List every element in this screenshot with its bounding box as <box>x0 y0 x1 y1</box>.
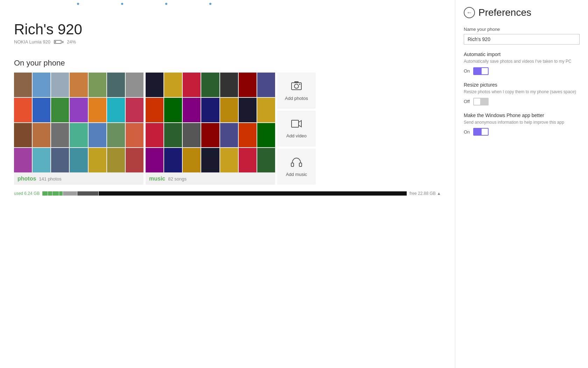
back-button[interactable]: ← <box>464 7 475 18</box>
dot-1 <box>77 3 79 5</box>
music-cell-20 <box>257 123 275 148</box>
battery-icon <box>54 40 63 44</box>
battery-tip <box>62 41 63 43</box>
photo-cell-21 <box>14 148 32 172</box>
battery-percentage: 24% <box>67 39 76 45</box>
improve-title: Make the Windows Phone app better <box>464 113 580 118</box>
add-photos-label: Add photos <box>285 96 308 101</box>
music-cell-27 <box>257 148 275 172</box>
music-cell-15 <box>164 123 182 148</box>
improve-toggle-row: On <box>464 128 580 136</box>
headphones-icon <box>291 157 302 170</box>
music-mosaic <box>146 73 275 172</box>
storage-seg-2 <box>48 191 52 196</box>
svg-point-1 <box>294 84 299 88</box>
improve-desc: Send anonymous information to help impro… <box>464 120 580 125</box>
storage-seg-3 <box>52 191 59 196</box>
resize-toggle[interactable] <box>473 98 489 105</box>
photos-mosaic <box>14 73 144 172</box>
music-panel[interactable]: music 82 songs <box>146 73 275 185</box>
resize-toggle-thumb <box>474 98 480 105</box>
improve-setting: Make the Windows Phone app better Send a… <box>464 113 580 136</box>
dot-3 <box>165 3 167 5</box>
svg-rect-3 <box>299 84 300 85</box>
photo-cell-17 <box>70 123 88 148</box>
music-cell-13 <box>257 98 275 122</box>
video-icon <box>291 119 302 131</box>
add-music-panel[interactable]: Add music <box>277 149 316 185</box>
svg-rect-2 <box>294 81 299 83</box>
improve-toggle-thumb <box>482 129 488 135</box>
add-music-label: Add music <box>286 172 307 177</box>
music-cell-2 <box>183 73 201 97</box>
music-panel-label: music 82 songs <box>149 176 272 182</box>
music-cell-19 <box>239 123 257 148</box>
main-content: Rich's 920 NOKIA Lumia 920 24% On your p… <box>0 0 455 368</box>
svg-rect-4 <box>292 120 299 127</box>
photo-cell-4 <box>89 73 106 97</box>
storage-used-label: used 6.24 GB <box>14 191 40 196</box>
add-panels-container: Add photos Add video <box>277 73 316 185</box>
photo-cell-10 <box>70 98 88 122</box>
name-phone-input[interactable] <box>464 34 580 45</box>
photo-cell-3 <box>70 73 88 97</box>
photos-panel-label: photos 141 photos <box>18 176 140 182</box>
improve-toggle[interactable] <box>473 128 489 136</box>
music-cell-24 <box>201 148 219 172</box>
storage-seg-6 <box>77 191 98 196</box>
music-cell-18 <box>220 123 238 148</box>
resize-toggle-row: Off <box>464 98 580 105</box>
add-video-panel[interactable]: Add video <box>277 111 316 147</box>
photo-cell-9 <box>51 98 69 122</box>
photo-cell-6 <box>126 73 144 97</box>
camera-icon <box>291 80 302 94</box>
music-cell-8 <box>164 98 182 122</box>
photos-count: 141 photos <box>39 176 61 182</box>
photo-cell-2 <box>51 73 69 97</box>
photo-cell-11 <box>89 98 106 122</box>
auto-import-setting: Automatic import Automatically save phot… <box>464 52 580 75</box>
music-cell-7 <box>146 98 163 122</box>
music-count: 82 songs <box>168 176 187 182</box>
svg-rect-6 <box>299 163 302 166</box>
music-cell-1 <box>164 73 182 97</box>
add-photos-panel[interactable]: Add photos <box>277 73 316 109</box>
photo-cell-7 <box>14 98 32 122</box>
photo-cell-20 <box>126 123 144 148</box>
top-dots-decoration <box>0 3 455 5</box>
music-cell-3 <box>201 73 219 97</box>
auto-import-title: Automatic import <box>464 52 580 57</box>
storage-seg-5 <box>63 191 77 196</box>
storage-bar <box>42 191 407 196</box>
music-cell-12 <box>239 98 257 122</box>
phone-content-grid: photos 141 photos music 82 songs <box>14 73 441 185</box>
auto-import-toggle-thumb <box>482 68 488 74</box>
photo-cell-5 <box>107 73 125 97</box>
music-cell-26 <box>239 148 257 172</box>
preferences-title: Preferences <box>478 7 531 18</box>
photo-cell-19 <box>107 123 125 148</box>
photo-cell-14 <box>14 123 32 148</box>
music-cell-14 <box>146 123 163 148</box>
auto-import-toggle[interactable] <box>473 67 489 75</box>
music-cell-5 <box>239 73 257 97</box>
battery-body <box>54 40 62 44</box>
photo-cell-16 <box>51 123 69 148</box>
photo-cell-8 <box>33 98 50 122</box>
resize-title: Resize pictures <box>464 82 580 88</box>
music-cell-22 <box>164 148 182 172</box>
device-model: NOKIA Lumia 920 <box>14 39 50 45</box>
improve-state: On <box>464 129 470 135</box>
music-cell-11 <box>220 98 238 122</box>
photo-cell-1 <box>33 73 50 97</box>
music-cell-9 <box>183 98 201 122</box>
music-cell-23 <box>183 148 201 172</box>
photo-cell-24 <box>70 148 88 172</box>
photos-panel[interactable]: photos 141 photos <box>14 73 144 185</box>
photo-cell-25 <box>89 148 106 172</box>
music-cell-17 <box>201 123 219 148</box>
device-title-section: Rich's 920 NOKIA Lumia 920 24% <box>14 21 441 45</box>
photo-cell-26 <box>107 148 125 172</box>
resize-setting: Resize pictures Resize photos when I cop… <box>464 82 580 105</box>
storage-seg-free <box>99 191 407 196</box>
